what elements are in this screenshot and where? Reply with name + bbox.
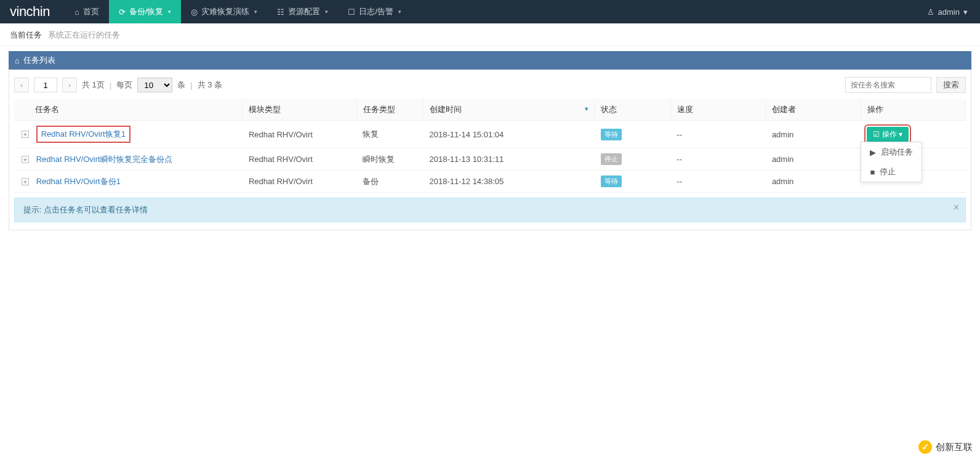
user-menu[interactable]: ♙ admin ▾ bbox=[915, 0, 980, 23]
user-icon: ♙ bbox=[927, 7, 934, 17]
expand-icon[interactable]: + bbox=[22, 156, 29, 163]
brand-logo: vinchin bbox=[0, 0, 65, 23]
table-row: + Redhat RHV/Ovirt恢复1 Redhat RHV/Ovirt 恢… bbox=[14, 121, 966, 148]
user-name: admin bbox=[938, 7, 960, 17]
page-subtitle: 系统正在运行的任务 bbox=[48, 30, 120, 39]
operation-menu: ▶启动任务 ■停止 bbox=[861, 142, 922, 182]
hint-prefix: 提示: bbox=[23, 205, 42, 214]
cell-module: Redhat RHV/Ovirt bbox=[243, 148, 356, 171]
status-badge: 停止 bbox=[601, 153, 622, 165]
pager-total: 共 3 条 bbox=[198, 79, 222, 91]
expand-icon[interactable]: + bbox=[22, 131, 29, 138]
pager-perpage-label: 每页 bbox=[116, 79, 132, 91]
cell-type: 备份 bbox=[356, 171, 423, 193]
nav-dr-label: 灾难恢复演练 bbox=[201, 6, 249, 17]
chevron-down-icon: ▾ bbox=[398, 9, 401, 15]
home-icon: ⌂ bbox=[74, 7, 79, 17]
expand-icon[interactable]: + bbox=[22, 178, 29, 185]
menu-stop-task[interactable]: ■停止 bbox=[861, 162, 922, 182]
pager-next-button[interactable]: › bbox=[62, 78, 77, 92]
cell-type: 瞬时恢复 bbox=[356, 148, 423, 171]
nav-log-label: 日志/告警 bbox=[359, 6, 393, 17]
pager-prev-button[interactable]: ‹ bbox=[14, 78, 29, 92]
cell-speed: -- bbox=[670, 171, 766, 193]
hint-alert: 提示: 点击任务名可以查看任务详情 × bbox=[14, 198, 966, 222]
nav-home-label: 首页 bbox=[83, 6, 99, 17]
shield-icon: ◎ bbox=[191, 7, 198, 17]
bell-icon: ☐ bbox=[348, 7, 355, 17]
task-panel: ⌂ 任务列表 ‹ › 共 1页 | 每页 10 条 | 共 3 条 搜索 bbox=[9, 51, 971, 230]
layers-icon: ☷ bbox=[277, 7, 284, 17]
page-size-select[interactable]: 10 bbox=[137, 78, 172, 92]
task-name-link[interactable]: Redhat RHV/Ovirt恢复1 bbox=[36, 126, 131, 143]
nav-dr[interactable]: ◎ 灾难恢复演练 ▾ bbox=[181, 0, 267, 23]
pager-total-pages: 共 1页 bbox=[82, 79, 105, 91]
status-badge: 等待 bbox=[601, 176, 622, 187]
cell-created: 2018-11-13 10:31:11 bbox=[424, 148, 595, 171]
hint-text: 点击任务名可以查看任务详情 bbox=[44, 205, 148, 214]
nav-resource-label: 资源配置 bbox=[288, 6, 320, 17]
stop-icon: ■ bbox=[870, 167, 875, 177]
col-speed[interactable]: 速度 bbox=[670, 99, 766, 121]
cell-module: Redhat RHV/Ovirt bbox=[243, 171, 356, 193]
task-table: 任务名 模块类型 任务类型 创建时间 状态 速度 创建者 操作 + Redhat… bbox=[14, 99, 966, 193]
col-module[interactable]: 模块类型 bbox=[243, 99, 356, 121]
cell-speed: -- bbox=[670, 121, 766, 148]
col-op[interactable]: 操作 bbox=[861, 99, 965, 121]
operation-button[interactable]: ☑ 操作 ▾ bbox=[867, 127, 909, 142]
toolbar: ‹ › 共 1页 | 每页 10 条 | 共 3 条 搜索 bbox=[14, 75, 966, 99]
chevron-down-icon: ▾ bbox=[325, 9, 328, 15]
col-name[interactable]: 任务名 bbox=[14, 99, 243, 121]
cell-created: 2018-11-14 15:01:04 bbox=[424, 121, 595, 148]
cell-creator: admin bbox=[766, 121, 861, 148]
home-icon: ⌂ bbox=[15, 56, 20, 65]
chevron-down-icon: ▾ bbox=[168, 9, 171, 15]
col-created[interactable]: 创建时间 bbox=[424, 99, 595, 121]
chevron-down-icon: ▾ bbox=[963, 7, 968, 17]
nav-backup-label: 备份/恢复 bbox=[129, 6, 164, 17]
table-row: + Redhat RHV/Ovirt备份1 Redhat RHV/Ovirt 备… bbox=[14, 171, 966, 193]
refresh-icon: ⟳ bbox=[119, 7, 126, 17]
search-button[interactable]: 搜索 bbox=[936, 77, 966, 93]
page-title: 当前任务 bbox=[10, 30, 42, 39]
col-status[interactable]: 状态 bbox=[595, 99, 671, 121]
navbar: vinchin ⌂ 首页 ⟳ 备份/恢复 ▾ ◎ 灾难恢复演练 ▾ ☷ 资源配置… bbox=[0, 0, 980, 23]
cell-creator: admin bbox=[766, 171, 861, 193]
status-badge: 等待 bbox=[601, 129, 622, 140]
nav-home[interactable]: ⌂ 首页 bbox=[65, 0, 109, 23]
play-icon: ▶ bbox=[870, 148, 876, 157]
pager-unit: 条 bbox=[177, 79, 185, 91]
table-row: + Redhat RHV/Ovirt瞬时恢复完全备份点 Redhat RHV/O… bbox=[14, 148, 966, 171]
task-name-link[interactable]: Redhat RHV/Ovirt备份1 bbox=[36, 177, 121, 186]
cell-type: 恢复 bbox=[356, 121, 423, 148]
pager-page-input[interactable] bbox=[34, 78, 57, 92]
cell-speed: -- bbox=[670, 148, 766, 171]
chevron-down-icon: ▾ bbox=[254, 9, 257, 15]
task-name-link[interactable]: Redhat RHV/Ovirt瞬时恢复完全备份点 bbox=[36, 155, 172, 164]
nav-log[interactable]: ☐ 日志/告警 ▾ bbox=[338, 0, 411, 23]
col-type[interactable]: 任务类型 bbox=[356, 99, 423, 121]
nav-backup[interactable]: ⟳ 备份/恢复 ▾ bbox=[109, 0, 182, 23]
panel-title-text: 任务列表 bbox=[23, 55, 55, 66]
panel-title: ⌂ 任务列表 bbox=[9, 51, 971, 70]
col-creator[interactable]: 创建者 bbox=[766, 99, 861, 121]
cell-module: Redhat RHV/Ovirt bbox=[243, 121, 356, 148]
cell-created: 2018-11-12 14:38:05 bbox=[424, 171, 595, 193]
cell-creator: admin bbox=[766, 148, 861, 171]
close-icon[interactable]: × bbox=[954, 202, 959, 213]
nav-resource[interactable]: ☷ 资源配置 ▾ bbox=[267, 0, 338, 23]
menu-start-task[interactable]: ▶启动任务 bbox=[861, 142, 922, 162]
search-input[interactable] bbox=[845, 77, 931, 93]
